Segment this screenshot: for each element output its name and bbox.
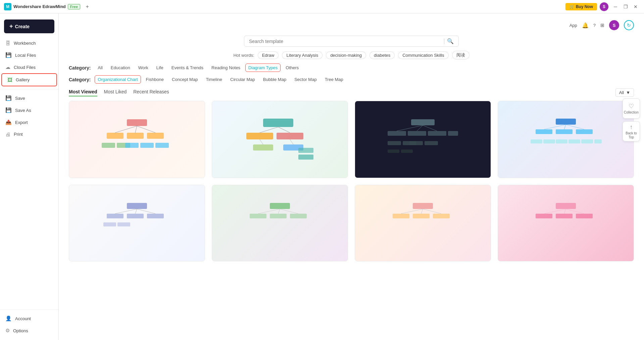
cat1-reading[interactable]: Reading Notes [208,63,243,72]
svg-rect-66 [413,203,433,209]
table-row[interactable] [69,185,205,261]
hotword-reading[interactable]: 阅读 [452,51,469,59]
minimize-button[interactable]: ─ [611,2,620,11]
svg-rect-42 [543,139,555,143]
tab-most-viewed[interactable]: Most Viewed [69,89,97,96]
svg-rect-38 [536,129,552,134]
hotword-edraw[interactable]: Edraw [258,51,279,59]
cat1-work[interactable]: Work [135,63,151,72]
sidebar-item-save-as[interactable]: 💾 Save As [0,104,58,116]
table-row[interactable] [498,185,634,261]
cat2-tree[interactable]: Tree Map [322,75,346,84]
save-icon: 💾 [5,95,12,101]
sidebar-item-label-workbench: Workbench [14,41,36,46]
help-icon[interactable]: ? [593,23,596,28]
cat1-others[interactable]: Others [283,63,302,72]
card-thumbnail-1 [69,101,205,178]
sidebar-item-export[interactable]: 📤 Export [0,116,58,128]
cat1-events[interactable]: Events & Trends [168,63,206,72]
svg-line-6 [137,126,155,133]
window-controls: ─ ❐ ✕ [611,2,640,11]
topbar-user-avatar[interactable]: S [609,20,619,30]
app-icon[interactable]: App [569,23,577,28]
hotword-communication[interactable]: Communication Skills [398,51,448,59]
svg-rect-31 [425,141,438,145]
sidebar-item-label-options: Options [13,328,28,333]
cat2-sector[interactable]: Sector Map [291,75,319,84]
cat1-diagram-types[interactable]: Diagram Types [245,63,281,72]
diagram-svg-3 [386,116,460,163]
close-button[interactable]: ✕ [631,2,640,11]
svg-line-19 [290,139,293,144]
cat1-life[interactable]: Life [153,63,166,72]
main-content: App 🔔 ? ⊞ S ↻ 🔍 Hot words: Edraw Literar… [59,13,644,340]
app-body: + Create 🗄 Workbench 💾 Local Files ☁ Clo… [0,13,644,340]
search-icon[interactable]: 🔍 [447,38,454,44]
sidebar-item-account[interactable]: 👤 Account [0,312,58,325]
hotword-diabetes[interactable]: diabetes [369,51,395,59]
card-thumbnail-7 [355,185,491,261]
svg-rect-13 [246,133,273,139]
table-row[interactable] [355,185,491,261]
tabs-row: Most Viewed Most Liked Recent Releases A… [69,88,634,97]
sidebar-item-cloud-files[interactable]: ☁ Cloud Files [0,61,58,73]
svg-line-56 [115,209,137,214]
table-row[interactable] [212,185,348,261]
collection-button[interactable]: ♡ Collection [623,98,640,119]
search-divider [444,39,444,44]
svg-rect-60 [250,214,266,218]
sidebar-item-local-files[interactable]: 💾 Local Files [0,49,58,61]
cat2-bubble[interactable]: Bubble Map [260,75,289,84]
table-row[interactable]: Biosphere Concept Map 👁 793 ♡ 3 F Fiona_… [355,101,491,178]
sidebar-item-options[interactable]: ⚙ Options [0,325,58,337]
tab-recent-releases[interactable]: Recent Releases [133,89,169,96]
sidebar-item-label-save-as: Save As [15,108,31,113]
svg-rect-22 [298,148,313,153]
table-row[interactable]: Company Structure 👁 677 ♡ 7 F Fiona_ ♦ [498,101,634,178]
hotword-literary[interactable]: Literary Analysis [282,51,323,59]
svg-rect-74 [536,214,552,218]
sidebar-item-gallery[interactable]: 🖼 Gallery [1,73,57,86]
sidebar-item-print[interactable]: 🖨 Print [0,128,58,140]
right-float-panel: ♡ Collection ↑ Back to Top [623,98,640,242]
sidebar-item-workbench[interactable]: 🗄 Workbench [0,37,58,49]
svg-rect-69 [433,214,450,218]
bell-icon[interactable]: 🔔 [582,22,589,29]
hotword-decision[interactable]: decision-making [326,51,366,59]
svg-rect-23 [411,119,435,125]
svg-rect-43 [556,139,567,143]
user-avatar[interactable]: S [600,2,608,11]
cat2-fishbone[interactable]: Fishbone [143,75,167,84]
tab-most-liked[interactable]: Most Liked [104,89,127,96]
back-to-top-button[interactable]: ↑ Back to Top [623,121,640,141]
cat2-circular[interactable]: Circular Map [227,75,258,84]
svg-rect-30 [409,141,423,145]
card-thumbnail-4 [498,101,634,178]
card-thumbnail-5 [69,185,205,261]
svg-rect-52 [127,214,144,218]
category-row-1: Category: All Education Work Life Events… [69,63,634,72]
add-tab-button[interactable]: + [84,3,91,10]
svg-rect-21 [298,155,313,160]
cat2-timeline[interactable]: Timeline [203,75,225,84]
svg-rect-26 [428,131,446,136]
search-input[interactable] [249,39,441,44]
cat1-all[interactable]: All [95,63,105,72]
maximize-button[interactable]: ❐ [621,2,630,11]
svg-rect-51 [107,214,123,218]
cat2-org-chart[interactable]: Organizational Chart [95,75,141,84]
sidebar-item-save[interactable]: 💾 Save [0,92,58,104]
export-icon: 📤 [5,119,12,125]
svg-line-20 [260,139,263,144]
create-button[interactable]: + Create [4,19,54,33]
buy-now-button[interactable]: 🛒 Buy Now [565,3,597,10]
category-row-2: Category: Organizational Chart Fishbone … [69,75,634,84]
table-row[interactable]: Organizational Behavior Types Mind Map 👁… [212,101,348,178]
cat2-concept[interactable]: Concept Map [169,75,201,84]
filter-select[interactable]: All ▼ [615,88,634,97]
diagram-svg-2 [243,116,317,163]
cat1-education[interactable]: Education [108,63,133,72]
grid-icon[interactable]: ⊞ [600,23,604,28]
refresh-button[interactable]: ↻ [624,20,634,30]
table-row[interactable]: Master Advisory Team 👁 1.1k ♡ 10 ↗ 8 B B… [69,101,205,178]
